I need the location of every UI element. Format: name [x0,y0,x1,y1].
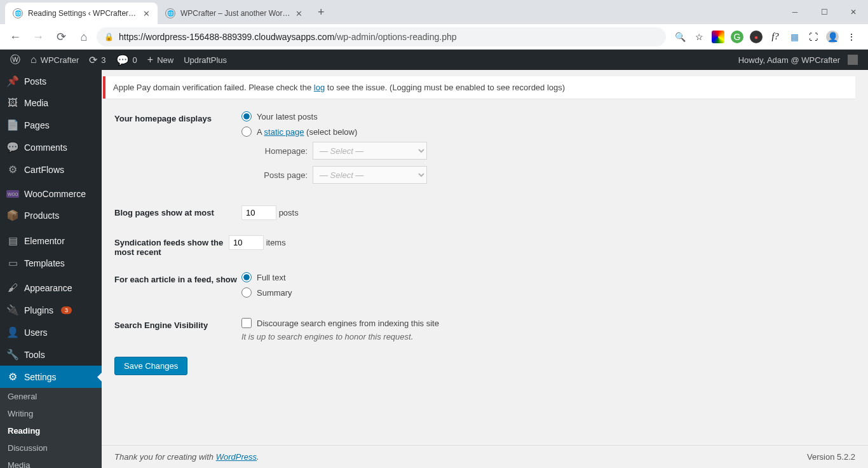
sidebar-item-users[interactable]: 👤Users [0,321,102,343]
posts-page-select[interactable]: — Select — [313,166,427,184]
updraftplus-link[interactable]: UpdraftPlus [179,50,232,70]
wp-logo[interactable]: ⓦ [5,50,25,70]
submenu-general[interactable]: General [0,388,102,405]
feed-show-label: For each article in a feed, show [114,272,241,284]
radio-latest-posts[interactable] [241,111,252,121]
feeds-label: Syndication feeds show the most recent [114,235,229,257]
extension-icon[interactable]: ⛶ [807,31,820,43]
sidebar-item-cartflows[interactable]: ⚙CartFlows [0,158,102,181]
tab-title: WPCrafter – Just another WordP… [180,9,290,18]
homepage-select[interactable]: — Select — [313,142,427,160]
close-icon[interactable]: ✕ [295,9,302,18]
settings-icon: ⚙ [6,371,19,383]
plus-icon: + [147,54,153,65]
sidebar-label: Comments [24,142,67,153]
window-minimize-button[interactable]: ─ [780,2,810,22]
close-icon[interactable]: ✕ [143,9,150,18]
admin-sidebar: 📌Posts 🖼Media 📄Pages 💬Comments ⚙CartFlow… [0,70,102,468]
window-close-button[interactable]: ✕ [839,2,868,22]
notice-log-link[interactable]: log [314,83,325,92]
notice-text: Apple Pay domain verification failed. Pl… [113,83,314,92]
sidebar-label: Media [24,98,48,108]
reload-button[interactable]: ⟳ [51,27,71,47]
homepage-select-label: Homepage: [257,146,308,156]
footer-thanks: Thank you for creating with WordPress. [114,452,259,462]
extension-icon[interactable]: ▦ [788,31,801,43]
zoom-icon[interactable]: 🔍 [674,31,686,43]
globe-icon: 🌐 [165,8,175,18]
extension-icon[interactable]: ● [750,31,763,43]
sidebar-item-appearance[interactable]: 🖌Appearance [0,277,102,299]
menu-icon[interactable]: ⋮ [845,31,858,43]
address-bar[interactable]: 🔒 https://wordpress-156488-889399.cloudw… [97,27,666,46]
new-content-link[interactable]: +New [142,50,179,70]
sidebar-item-plugins[interactable]: 🔌Plugins3 [0,299,102,321]
sidebar-item-tools[interactable]: 🔧Tools [0,343,102,366]
updates-link[interactable]: ⟳3 [84,50,111,70]
sidebar-item-woocommerce[interactable]: wooWooCommerce [0,184,102,204]
profile-icon[interactable]: 👤 [826,31,839,43]
update-icon: ⟳ [89,54,97,66]
comments-link[interactable]: 💬0 [111,50,142,70]
back-button[interactable]: ← [5,27,25,47]
sidebar-label: WooCommerce [24,189,86,199]
notice-text: to see the issue. (Logging must be enabl… [325,83,565,92]
submenu-writing[interactable]: Writing [0,405,102,422]
star-icon[interactable]: ☆ [693,31,705,43]
users-icon: 👤 [6,326,19,338]
home-button[interactable]: ⌂ [74,27,94,47]
page-icon: 📄 [6,119,19,131]
posts-page-select-label: Posts page: [257,170,308,180]
site-name-link[interactable]: ⌂WPCrafter [25,50,84,70]
lock-icon: 🔒 [104,32,114,41]
forward-button[interactable]: → [28,27,48,47]
sidebar-label: Pages [24,120,50,130]
comment-icon: 💬 [116,54,129,66]
brush-icon: 🖌 [6,282,19,294]
sidebar-item-pages[interactable]: 📄Pages [0,114,102,136]
sidebar-item-products[interactable]: 📦Products [0,204,102,226]
elementor-icon: ▤ [6,235,19,247]
save-button[interactable]: Save Changes [114,357,187,375]
blog-pages-label: Blog pages show at most [114,205,241,217]
discourage-checkbox[interactable] [241,318,252,328]
radio-summary[interactable] [241,287,252,298]
sidebar-label: Appearance [24,283,72,293]
plugin-icon: 🔌 [6,304,19,316]
new-tab-button[interactable]: + [310,6,332,19]
sidebar-item-settings[interactable]: ⚙Settings [0,366,102,388]
submenu-reading[interactable]: Reading [0,422,102,439]
submenu-media[interactable]: Media [0,457,102,468]
sidebar-item-comments[interactable]: 💬Comments [0,136,102,158]
error-notice: Apple Pay domain verification failed. Pl… [103,76,855,99]
account-link[interactable]: Howdy, Adam @ WPCrafter [733,50,863,70]
media-icon: 🖼 [6,97,19,109]
comment-icon: 💬 [6,141,19,153]
static-page-link[interactable]: static page [264,127,304,137]
feeds-input[interactable] [229,235,264,250]
sidebar-label: Elementor [24,236,65,246]
wordpress-link[interactable]: WordPress [216,452,257,462]
sidebar-label: Templates [24,258,65,268]
extension-icon[interactable]: f? [769,31,782,43]
radio-full-text[interactable] [241,272,252,282]
comments-count: 0 [133,55,137,65]
homepage-displays-label: Your homepage displays [114,111,241,123]
blog-pages-input[interactable] [241,205,276,220]
url-text: https://wordpress-156488-889399.cloudway… [119,32,658,42]
window-maximize-button[interactable]: ☐ [810,2,839,22]
sidebar-item-media[interactable]: 🖼Media [0,92,102,114]
submenu-discussion[interactable]: Discussion [0,439,102,457]
browser-tab-inactive[interactable]: 🌐 WPCrafter – Just another WordP… ✕ [158,3,310,24]
tools-icon: 🔧 [6,348,19,361]
templates-icon: ▭ [6,257,19,269]
extension-icon[interactable] [712,31,724,43]
radio-static-page[interactable] [241,127,252,137]
unit-label: items [266,238,286,247]
sidebar-item-templates[interactable]: ▭Templates [0,252,102,274]
sidebar-item-elementor[interactable]: ▤Elementor [0,230,102,252]
extension-icon[interactable]: G [731,31,743,43]
sidebar-label: Products [24,210,59,221]
browser-tab-active[interactable]: 🌐 Reading Settings ‹ WPCrafter — … ✕ [5,3,158,24]
sidebar-item-posts[interactable]: 📌Posts [0,70,102,92]
